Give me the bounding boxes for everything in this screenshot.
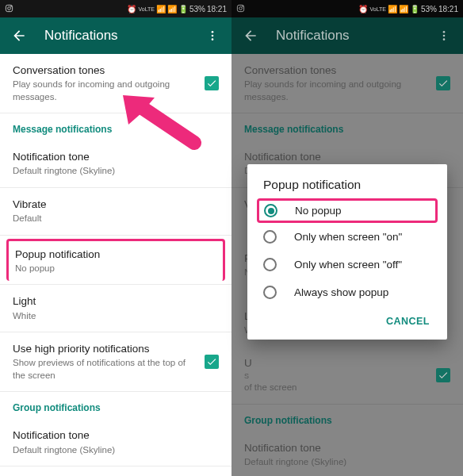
section-group-notifications: Group notifications (0, 392, 232, 419)
wifi-icon: 📶 (388, 5, 397, 13)
item-title: Notification tone (244, 441, 450, 455)
svg-point-7 (239, 6, 243, 10)
popup-dialog: Popup notification No popup Only when sc… (247, 164, 447, 340)
app-bar: Notifications (232, 17, 463, 54)
radio-option-no-popup[interactable]: No popup (257, 198, 438, 223)
section-group-notifications: Group notifications (232, 405, 463, 432)
status-bar: ⏰ VoLTE 📶 📶 🔋 53% 18:21 (0, 0, 232, 17)
radio-label: No popup (295, 205, 342, 217)
svg-point-2 (11, 6, 12, 6)
setting-light[interactable]: Light White (0, 285, 232, 332)
item-title: Notification tone (13, 428, 219, 443)
signal-icon: 📶 (167, 5, 177, 13)
item-title: Use high priority notifications (13, 342, 195, 356)
item-sub: Default (13, 213, 219, 225)
item-title: Notification tone (244, 150, 450, 164)
item-sub: White (13, 310, 219, 323)
svg-point-5 (212, 38, 214, 40)
svg-point-11 (443, 38, 446, 40)
alarm-icon: ⏰ (127, 5, 136, 13)
item-sub: Default ringtone (Skyline) (244, 456, 450, 469)
svg-point-1 (8, 6, 11, 10)
svg-point-10 (443, 35, 446, 37)
alarm-icon: ⏰ (358, 5, 368, 13)
setting-vibrate[interactable]: Vibrate Default (0, 188, 232, 236)
checkbox-checked-icon (436, 368, 450, 382)
battery-icon: 🔋 (410, 5, 419, 13)
item-sub: Play sounds for incoming and outgoing me… (13, 79, 195, 103)
item-title-cut: U (244, 356, 427, 370)
setting-notification-tone[interactable]: Notification tone Default ringtone (Skyl… (0, 140, 232, 188)
instagram-icon (5, 4, 13, 14)
clock-text: 18:21 (207, 5, 227, 13)
item-title: Vibrate (13, 198, 219, 212)
svg-point-9 (443, 31, 446, 33)
item-sub: Show previews of notifications at the to… (13, 357, 195, 382)
item-sub: Play sounds for incoming and outgoing me… (244, 79, 427, 103)
page-title: Notifications (44, 28, 205, 44)
item-title: Light (13, 294, 219, 309)
item-sub: Default ringtone (Skyline) (13, 444, 219, 457)
setting-priority-cut: U S of the screen (232, 355, 463, 405)
item-title: Popup notification (15, 248, 216, 262)
battery-text: 53% (421, 5, 437, 13)
setting-conversation-tones[interactable]: Conversation tones Play sounds for incom… (0, 54, 232, 113)
radio-option-screen-off[interactable]: Only when screen "off" (247, 251, 447, 278)
radio-icon (263, 258, 277, 271)
section-message-notifications: Message notifications (0, 113, 232, 140)
item-sub: No popup (15, 263, 216, 275)
dialog-title: Popup notification (247, 178, 447, 198)
radio-label: Only when screen "off" (294, 259, 402, 271)
item-title: Conversation tones (244, 63, 427, 78)
signal-icon: 📶 (399, 5, 408, 13)
status-bar: ⏰ VoLTE 📶 📶 🔋 53% 18:21 (232, 0, 463, 17)
svg-point-4 (212, 35, 214, 37)
setting-group-notification-tone: Notification tone Default ringtone (Skyl… (232, 432, 463, 476)
radio-label: Always show popup (294, 286, 388, 298)
svg-point-8 (243, 6, 243, 6)
checkbox-checked-icon[interactable] (205, 355, 219, 369)
setting-group-notification-tone[interactable]: Notification tone Default ringtone (Skyl… (0, 419, 232, 466)
item-title: Conversation tones (13, 63, 195, 78)
setting-conversation-tones: Conversation tones Play sounds for incom… (232, 54, 463, 113)
checkbox-checked-icon (436, 76, 450, 90)
setting-popup-notification[interactable]: Popup notification No popup (6, 239, 225, 282)
svg-point-3 (212, 31, 214, 33)
clock-text: 18:21 (438, 5, 458, 13)
volte-icon: VoLTE (138, 6, 155, 12)
radio-icon (263, 230, 277, 244)
back-arrow-icon[interactable] (243, 28, 258, 44)
app-bar: Notifications (0, 17, 232, 54)
cancel-button[interactable]: CANCEL (380, 311, 436, 332)
checkbox-checked-icon[interactable] (205, 76, 219, 90)
item-title: Notification tone (13, 150, 219, 164)
radio-option-always[interactable]: Always show popup (247, 278, 447, 306)
instagram-icon (236, 4, 245, 14)
radio-label: Only when screen "on" (294, 231, 402, 243)
item-sub: of the screen (244, 382, 427, 394)
section-message-notifications: Message notifications (232, 113, 463, 140)
item-sub-cut: S (244, 371, 427, 381)
battery-icon: 🔋 (178, 5, 188, 13)
volte-icon: VoLTE (369, 6, 386, 12)
more-icon[interactable] (436, 28, 452, 44)
battery-text: 53% (189, 5, 205, 13)
radio-option-screen-on[interactable]: Only when screen "on" (247, 223, 447, 251)
setting-group-vibrate[interactable]: Vibrate Default (0, 466, 232, 476)
item-sub: Default ringtone (Skyline) (13, 165, 219, 178)
back-arrow-icon[interactable] (11, 28, 27, 44)
more-icon[interactable] (205, 28, 220, 44)
wifi-icon: 📶 (156, 5, 166, 13)
radio-icon (263, 286, 277, 299)
setting-high-priority[interactable]: Use high priority notifications Show pre… (0, 332, 232, 392)
page-title: Notifications (276, 28, 436, 44)
radio-selected-icon (264, 204, 277, 217)
